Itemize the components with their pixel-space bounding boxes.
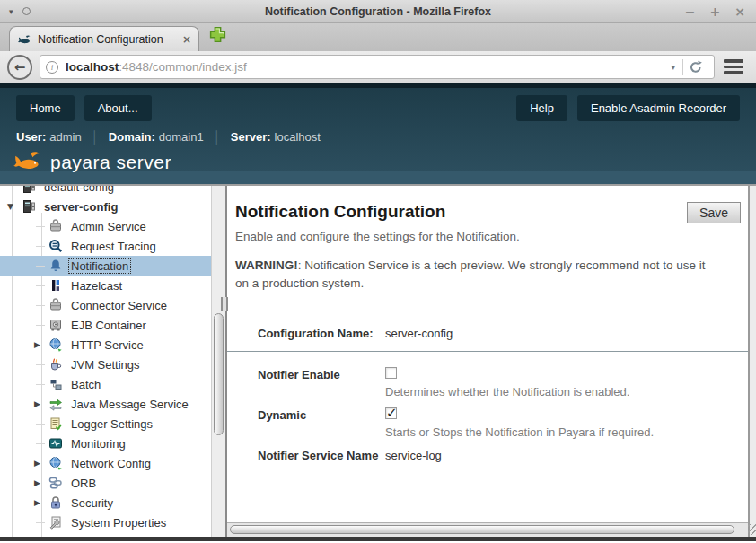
navigation-toolbar: ← i localhost:4848/common/index.jsf ▾	[0, 51, 756, 83]
sidebar-item-label: Batch	[69, 378, 102, 391]
navigation-tree-panel: default-config▼server-configAdmin Servic…	[0, 186, 211, 537]
sidebar-item-orb[interactable]: ▶ORB	[0, 473, 211, 493]
configuration-name-value: server-config	[385, 325, 741, 340]
right-gutter	[750, 186, 756, 537]
sidebar-item-request-tracing[interactable]: Request Tracing	[0, 236, 211, 256]
user-label: User:	[16, 130, 46, 144]
sidebar-scrollbar-thumb[interactable]	[214, 313, 224, 435]
splitter-grip[interactable]	[221, 297, 228, 311]
expand-caret-icon[interactable]: ▶	[34, 478, 45, 487]
dynamic-checkbox[interactable]	[385, 407, 397, 419]
about-button[interactable]: About...	[84, 95, 152, 121]
warning-message: WARNING!: Notification Service is a tech…	[235, 257, 709, 292]
maximize-button[interactable]: +	[710, 5, 721, 18]
sidebar-item-label: Security	[69, 496, 115, 510]
notifier-enable-checkbox[interactable]	[385, 367, 397, 379]
url-dropdown-icon[interactable]: ▾	[664, 63, 682, 72]
sidebar-item-hazelcast[interactable]: Hazelcast	[0, 276, 211, 295]
save-button[interactable]: Save	[687, 202, 741, 223]
sidebar-item-label: Hazelcast	[69, 279, 124, 293]
content-horizontal-scrollbar-thumb[interactable]	[230, 525, 734, 534]
expand-caret-icon[interactable]: ▶	[34, 459, 45, 468]
user-value: admin	[49, 130, 81, 144]
site-info-icon[interactable]: i	[46, 61, 58, 74]
sidebar-item-java-message-service[interactable]: ▶Java Message Service	[0, 394, 211, 414]
warning-label: WARNING!	[235, 258, 298, 272]
url-path: :4848/common/index.jsf	[119, 60, 247, 74]
help-button[interactable]: Help	[516, 95, 567, 121]
window-resize-grip-icon[interactable]	[748, 524, 756, 535]
sidebar-item-label: Network Config	[69, 457, 153, 470]
sidebar-item-label: Thread Pools	[69, 536, 142, 538]
url-host: localhost	[66, 60, 119, 74]
url-bar[interactable]: i localhost:4848/common/index.jsf ▾	[40, 55, 715, 79]
dynamic-label: Dynamic	[258, 407, 385, 422]
home-button[interactable]: Home	[16, 95, 75, 121]
menu-hamburger-icon[interactable]	[724, 59, 743, 74]
sidebar-item-network-config[interactable]: ▶Network Config	[0, 453, 211, 473]
notifier-service-name-label: Notifier Service Name	[258, 447, 385, 462]
sidebar-item-notification[interactable]: Notification	[0, 256, 211, 276]
notifier-service-name-row: Notifier Service Name service-log	[235, 447, 741, 462]
sidebar-item-batch[interactable]: Batch	[0, 374, 211, 394]
sidebar-item-label: default-config	[42, 186, 116, 194]
sidebar-item-server-config[interactable]: ▼server-config	[0, 197, 211, 216]
admin-service-icon	[48, 219, 63, 233]
system-properties-icon	[48, 515, 63, 530]
tab-bar: Notification Configuration ×	[0, 23, 756, 51]
sidebar-item-security[interactable]: ▶Security	[0, 493, 211, 512]
notification-bell-icon	[48, 258, 63, 273]
sidebar-item-label: server-config	[42, 200, 119, 214]
window-bottom-edge	[0, 537, 756, 541]
sidebar-item-label: ORB	[69, 477, 98, 490]
config-icon	[22, 199, 36, 214]
window-titlebar: ▾ Notification Configuration - Mozilla F…	[0, 0, 756, 23]
enable-asadmin-recorder-button[interactable]: Enable Asadmin Recorder	[577, 95, 740, 121]
tab-notification-configuration[interactable]: Notification Configuration ×	[9, 26, 199, 51]
close-button[interactable]: ×	[734, 5, 745, 18]
sidebar-item-label: HTTP Service	[69, 338, 145, 352]
collapse-caret-icon[interactable]: ▼	[7, 202, 18, 211]
orb-icon	[48, 476, 63, 490]
sidebar-item-admin-service[interactable]: Admin Service	[0, 216, 211, 236]
hazelcast-icon	[48, 278, 63, 293]
sidebar-item-logger-settings[interactable]: Logger Settings	[0, 414, 211, 434]
logger-settings-icon	[48, 416, 63, 431]
sidebar-item-connector-service[interactable]: Connector Service	[0, 295, 211, 315]
expand-caret-icon[interactable]: ▶	[34, 498, 45, 507]
sidebar-scrollbar-track[interactable]	[211, 186, 225, 537]
dynamic-help: Starts or Stops the Notification in Paya…	[385, 425, 741, 439]
sidebar-item-jvm-settings[interactable]: JVM Settings	[0, 355, 211, 374]
ejb-container-icon	[48, 318, 63, 332]
sidebar-item-monitoring[interactable]: Monitoring	[0, 434, 211, 453]
new-tab-button[interactable]	[208, 25, 227, 48]
sidebar-item-label: Connector Service	[69, 299, 169, 312]
sidebar-item-label: Admin Service	[69, 220, 148, 233]
expand-caret-icon[interactable]: ▶	[34, 340, 45, 349]
sidebar-item-thread-pools[interactable]: Thread Pools	[0, 532, 211, 537]
notifier-enable-label: Notifier Enable	[258, 366, 385, 381]
window-title: Notification Configuration - Mozilla Fir…	[0, 5, 756, 18]
config-icon	[22, 186, 36, 194]
sidebar-item-default-config[interactable]: default-config	[0, 186, 211, 197]
tab-close-icon[interactable]: ×	[182, 33, 191, 46]
sidebar-item-label: Monitoring	[69, 437, 127, 451]
domain-value: domain1	[159, 130, 204, 144]
sidebar-item-system-properties[interactable]: System Properties	[0, 512, 211, 532]
sidebar-item-http-service[interactable]: ▶HTTP Service	[0, 335, 211, 355]
reload-icon[interactable]	[683, 60, 708, 74]
navigation-tree: default-config▼server-configAdmin Servic…	[0, 186, 211, 537]
expand-caret-icon[interactable]: ▶	[34, 399, 45, 408]
server-label: Server:	[231, 130, 271, 144]
masthead-bottom-strip	[0, 171, 756, 186]
back-button[interactable]: ←	[7, 55, 32, 80]
page-title: Notification Configuration	[235, 202, 687, 222]
sidebar-item-label: Request Tracing	[69, 240, 158, 253]
notifier-enable-row: Notifier Enable Determines whether the N…	[235, 366, 741, 398]
session-info: User: admin │ Domain: domain1 │ Server: …	[16, 130, 756, 144]
content-horizontal-scrollbar-track[interactable]	[227, 522, 748, 537]
section-divider	[227, 351, 748, 352]
sidebar-item-ejb-container[interactable]: EJB Container	[0, 315, 211, 335]
page-description: Enable and configure the settings for th…	[235, 230, 741, 243]
minimize-button[interactable]: −	[685, 5, 696, 18]
